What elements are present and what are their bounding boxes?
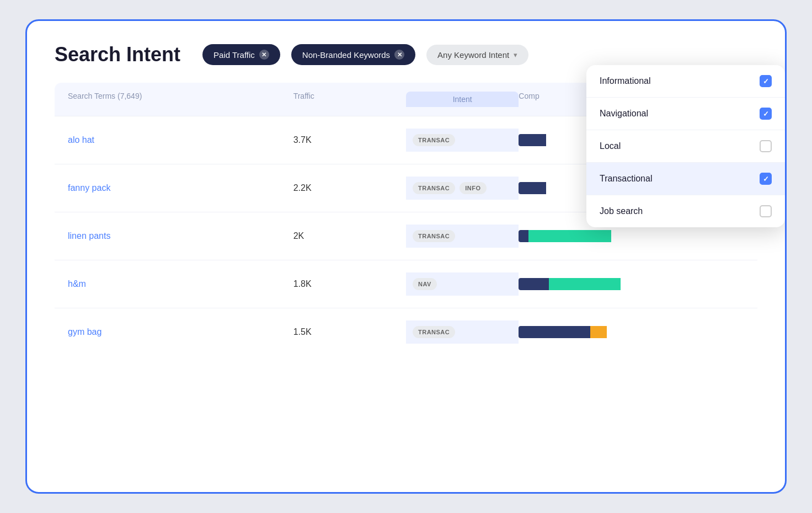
checkbox-informational[interactable] bbox=[760, 75, 772, 87]
table-row: gym bag 1.5K TRANSAC bbox=[55, 308, 757, 356]
col-search-terms: Search Terms (7,649) bbox=[68, 92, 293, 107]
term-linen-pants[interactable]: linen pants bbox=[68, 231, 293, 241]
keyword-intent-filter[interactable]: Any Keyword Intent ▾ bbox=[426, 45, 528, 65]
intent-alo-hat: TRANSAC bbox=[406, 129, 519, 152]
paid-traffic-close[interactable]: ✕ bbox=[259, 50, 269, 60]
badge-nav: NAV bbox=[413, 278, 437, 290]
non-branded-label: Non-Branded Keywords bbox=[302, 50, 390, 60]
dropdown-label-local: Local bbox=[600, 141, 621, 151]
intent-linen-pants: TRANSAC bbox=[406, 225, 519, 248]
page-title: Search Intent bbox=[55, 43, 180, 66]
dropdown-item-job-search[interactable]: Job search bbox=[586, 195, 785, 227]
dropdown-label-transactional: Transactional bbox=[600, 174, 652, 184]
traffic-hm: 1.8K bbox=[293, 279, 406, 289]
dropdown-label-informational: Informational bbox=[600, 76, 651, 86]
bar-gym-bag bbox=[519, 326, 744, 338]
intent-gym-bag: TRANSAC bbox=[406, 320, 519, 344]
checkbox-navigational[interactable] bbox=[760, 108, 772, 120]
dropdown-item-navigational[interactable]: Navigational bbox=[586, 98, 785, 130]
header: Search Intent Paid Traffic ✕ Non-Branded… bbox=[55, 43, 757, 66]
dropdown-item-informational[interactable]: Informational bbox=[586, 65, 785, 98]
traffic-alo-hat: 3.7K bbox=[293, 135, 406, 145]
traffic-linen-pants: 2K bbox=[293, 231, 406, 241]
keyword-intent-label: Any Keyword Intent bbox=[437, 50, 509, 60]
term-fanny-pack[interactable]: fanny pack bbox=[68, 183, 293, 193]
chevron-down-icon: ▾ bbox=[514, 51, 517, 59]
intent-hm: NAV bbox=[406, 272, 519, 296]
traffic-gym-bag: 1.5K bbox=[293, 327, 406, 337]
bar-hm bbox=[519, 278, 744, 290]
term-gym-bag[interactable]: gym bag bbox=[68, 327, 293, 337]
bar-linen-pants bbox=[519, 230, 744, 242]
paid-traffic-label: Paid Traffic bbox=[213, 50, 255, 60]
main-card: Search Intent Paid Traffic ✕ Non-Branded… bbox=[25, 19, 787, 494]
col-intent: Intent bbox=[406, 92, 519, 107]
traffic-fanny-pack: 2.2K bbox=[293, 183, 406, 193]
term-alo-hat[interactable]: alo hat bbox=[68, 135, 293, 145]
table-row: h&m 1.8K NAV bbox=[55, 260, 757, 308]
badge-transac-2: TRANSAC bbox=[413, 182, 455, 194]
checkbox-job-search[interactable] bbox=[760, 205, 772, 217]
badge-info: INFO bbox=[460, 182, 486, 194]
intent-fanny-pack: TRANSAC INFO bbox=[406, 177, 519, 200]
keyword-intent-dropdown: Informational Navigational Local Transac… bbox=[586, 65, 785, 227]
dropdown-item-transactional[interactable]: Transactional bbox=[586, 163, 785, 195]
badge-transac: TRANSAC bbox=[413, 134, 455, 146]
col-traffic: Traffic bbox=[293, 92, 406, 107]
dropdown-label-navigational: Navigational bbox=[600, 109, 648, 119]
paid-traffic-filter[interactable]: Paid Traffic ✕ bbox=[202, 44, 280, 65]
term-hm[interactable]: h&m bbox=[68, 279, 293, 289]
checkbox-transactional[interactable] bbox=[760, 173, 772, 185]
dropdown-item-local[interactable]: Local bbox=[586, 130, 785, 163]
badge-transac-3: TRANSAC bbox=[413, 230, 455, 242]
checkbox-local[interactable] bbox=[760, 140, 772, 152]
non-branded-close[interactable]: ✕ bbox=[394, 50, 404, 60]
dropdown-label-job-search: Job search bbox=[600, 206, 643, 216]
non-branded-filter[interactable]: Non-Branded Keywords ✕ bbox=[291, 44, 415, 65]
badge-transac-5: TRANSAC bbox=[413, 326, 455, 338]
